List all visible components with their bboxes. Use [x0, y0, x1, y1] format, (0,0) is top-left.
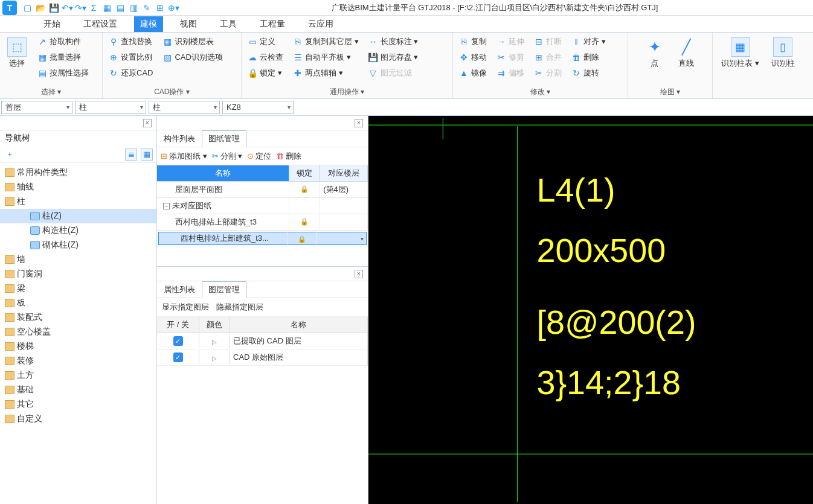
copy-button[interactable]: ⎘复制 [457, 35, 489, 48]
tree-item[interactable]: 其它 [0, 397, 156, 412]
line-button[interactable]: ╱ 直线 [673, 35, 699, 86]
length-dim-button[interactable]: ↔长度标注 ▾ [366, 35, 421, 48]
find-replace-button[interactable]: ⚲查找替换 [106, 35, 155, 48]
drawing-grid[interactable]: 屋面层平面图🔒(第4层)−未对应图纸西村电排站上部建筑_t3🔒西村电排站上部建筑… [157, 182, 368, 246]
tab-start[interactable]: 开始 [37, 16, 66, 32]
two-point-axis-button[interactable]: ✚两点辅轴 ▾ [291, 66, 361, 80]
table-row[interactable]: 西村电排站上部建筑_t3🔒 [157, 214, 368, 231]
cloud-check-button[interactable]: ☁云检查 [245, 51, 286, 64]
tree-item[interactable]: 常用构件类型 [0, 165, 156, 180]
undo-icon[interactable]: ↶▾ [62, 2, 72, 13]
define-button[interactable]: ▭定义 [245, 35, 286, 48]
redo-icon[interactable]: ↷▾ [75, 2, 86, 13]
save-icon[interactable]: 💾 [48, 2, 59, 13]
tree-item[interactable]: 板 [0, 296, 156, 310]
cad-recognize-options-button[interactable]: ▧CAD识别选项 [160, 51, 225, 64]
break-button[interactable]: ⊟打断 [532, 35, 564, 48]
set-scale-button[interactable]: ⊕设置比例 [106, 51, 155, 64]
select-button[interactable]: ⬚ 选择 [4, 35, 30, 86]
restore-cad-button[interactable]: ↻还原CAD [106, 66, 155, 80]
hide-layer-button[interactable]: 隐藏指定图层 [216, 302, 263, 311]
cad-canvas[interactable]: L4(1) 200x500 [8@200(2) 3}14;2}18 [368, 116, 813, 504]
delete-button[interactable]: 🗑删除 [569, 51, 608, 64]
tree-item[interactable]: 柱(Z) [0, 209, 156, 223]
recognize-floor-table-button[interactable]: ▦识别楼层表 [160, 35, 225, 48]
tree-item[interactable]: 基础 [0, 383, 156, 397]
tab-view[interactable]: 视图 [174, 16, 203, 32]
element-filter-button[interactable]: ▽图元过滤 [366, 66, 421, 80]
show-layer-button[interactable]: 显示指定图层 [162, 302, 209, 311]
select-by-prop-button[interactable]: ▤按属性选择 [35, 66, 91, 80]
align-button[interactable]: ⫴对齐 ▾ [569, 35, 608, 48]
tree-item[interactable]: 门窗洞 [0, 267, 156, 281]
tree-item[interactable]: 楼梯 [0, 339, 156, 354]
point-button[interactable]: ✦ 点 [641, 35, 668, 86]
locate-drawing-button[interactable]: ⊙定位 [247, 151, 271, 162]
tree-item[interactable]: 构造柱(Z) [0, 223, 156, 238]
add-icon[interactable]: ⊕▾ [168, 2, 179, 13]
recognize-column-table-button[interactable]: ▦ 识别柱表 ▾ [718, 35, 763, 88]
tree-item[interactable]: 墙 [0, 252, 156, 267]
tab-project-settings[interactable]: 工程设置 [77, 16, 123, 32]
table-row[interactable]: ✓▷CAD 原始图层 [157, 349, 368, 366]
new-icon[interactable]: ▢ [22, 2, 33, 13]
layer-close-icon[interactable]: × [355, 270, 363, 278]
move-button[interactable]: ✥移动 [457, 51, 489, 64]
table-row[interactable]: 屋面层平面图🔒(第4层) [157, 182, 368, 198]
checkbox-icon[interactable]: ✓ [173, 352, 183, 362]
merge-button[interactable]: ⊞合并 [532, 51, 564, 64]
lock-button[interactable]: 🔒锁定 ▾ [245, 66, 286, 80]
tree-item[interactable]: 柱 [0, 194, 156, 209]
type-select[interactable]: 柱 [149, 101, 220, 114]
table-row[interactable]: 西村电排站上部建筑_t3...🔒 [158, 232, 367, 245]
pick-element-button[interactable]: ↗拾取构件 [35, 35, 91, 48]
tab-modeling[interactable]: 建模 [134, 16, 163, 32]
tree-item[interactable]: 自定义 [0, 412, 156, 426]
add-drawing-button[interactable]: ⊞添加图纸 ▾ [161, 151, 207, 162]
element-save-button[interactable]: 💾图元存盘 ▾ [366, 51, 421, 64]
open-icon[interactable]: 📂 [35, 2, 46, 13]
delete-drawing-button[interactable]: 🗑删除 [276, 151, 301, 162]
nav-tree[interactable]: 常用构件类型轴线柱柱(Z)构造柱(Z)砌体柱(Z)墙门窗洞梁板装配式空心楼盖楼梯… [0, 163, 156, 504]
edit-icon[interactable]: ✎ [141, 2, 152, 13]
report-icon[interactable]: ▤ [115, 2, 126, 13]
rotate-button[interactable]: ↻旋转 [569, 66, 608, 80]
offset-button[interactable]: ⇉偏移 [494, 66, 527, 80]
tab-quantity[interactable]: 工程量 [254, 16, 291, 32]
table-row[interactable]: −未对应图纸 [157, 198, 368, 214]
split-button[interactable]: ✂分割 [532, 66, 564, 80]
drawing-close-icon[interactable]: × [355, 119, 363, 127]
checkbox-icon[interactable]: ✓ [173, 336, 183, 346]
nav-close-icon[interactable]: × [143, 119, 152, 127]
tab-cloud[interactable]: 云应用 [302, 16, 339, 32]
copy-other-floor-button[interactable]: ⎘复制到其它层 ▾ [291, 35, 361, 48]
member-select[interactable]: KZ8 [222, 101, 294, 114]
tree-item[interactable]: 土方 [0, 368, 156, 383]
tree-item[interactable]: 轴线 [0, 180, 156, 194]
tab-drawing-mgmt[interactable]: 图纸管理 [202, 130, 246, 147]
ruler-icon[interactable]: ⊞ [155, 2, 165, 13]
recognize-column-button[interactable]: ▯ 识别柱 [768, 35, 799, 88]
tree-item[interactable]: 梁 [0, 281, 156, 296]
view-grid-icon[interactable]: ▦ [141, 148, 153, 161]
tab-prop-list[interactable]: 属性列表 [157, 281, 202, 298]
tab-component-list[interactable]: 构件列表 [157, 130, 202, 147]
mirror-button[interactable]: ▲镜像 [457, 66, 489, 80]
category-select[interactable]: 柱 [75, 101, 146, 114]
auto-align-slab-button[interactable]: ☰自动平齐板 ▾ [291, 51, 361, 64]
add-node-icon[interactable]: + [4, 148, 16, 161]
table-icon[interactable]: ▦ [101, 2, 112, 13]
tree-item[interactable]: 砌体柱(Z) [0, 238, 156, 252]
expand-icon[interactable]: ▷ [212, 339, 217, 345]
tree-item[interactable]: 装配式 [0, 310, 156, 325]
table-row[interactable]: ✓▷已提取的 CAD 图层 [157, 333, 368, 349]
batch-select-button[interactable]: ▦批量选择 [35, 51, 91, 64]
view-list-icon[interactable]: ≣ [125, 148, 137, 161]
floor-select[interactable]: 首层 [1, 101, 72, 114]
tree-item[interactable]: 装修 [0, 354, 156, 368]
options-icon[interactable]: ▥ [128, 2, 139, 13]
trim-button[interactable]: ✂修剪 [494, 51, 527, 64]
tree-item[interactable]: 空心楼盖 [0, 325, 156, 339]
expand-icon[interactable]: ▷ [212, 355, 217, 362]
split-drawing-button[interactable]: ✂分割 ▾ [212, 151, 243, 162]
